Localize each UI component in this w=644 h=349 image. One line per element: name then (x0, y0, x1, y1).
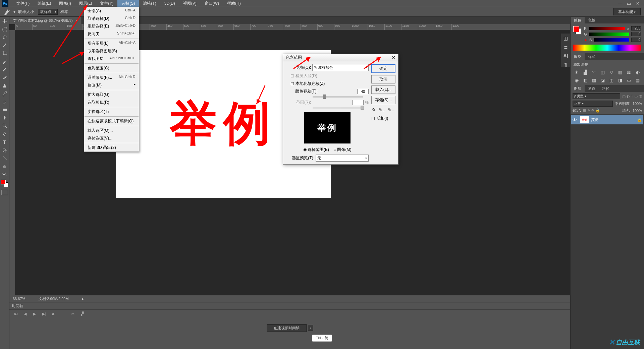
levels-icon[interactable]: ▟ (582, 69, 589, 75)
minimize-button[interactable]: — (617, 1, 623, 6)
color-spectrum[interactable] (573, 45, 641, 51)
bw-icon[interactable]: ◐ (634, 69, 641, 75)
localized-clusters-checkbox[interactable]: ☐本地化颜色簇(Z) (290, 81, 369, 86)
layer-thumbnail[interactable]: 举例 (580, 116, 589, 123)
menu-3d[interactable]: 3D(D) (160, 0, 179, 7)
move-tool[interactable] (1, 17, 9, 25)
document-info[interactable]: 文档:2.99M/2.99M (39, 296, 68, 301)
timeline-tab[interactable]: 时间轴 (12, 303, 23, 308)
healing-brush-tool[interactable] (1, 66, 9, 73)
menu-item[interactable]: 查找图层Alt+Shift+Ctrl+F (84, 55, 139, 63)
lasso-tool[interactable] (1, 34, 9, 41)
posterize-icon[interactable]: ◫ (608, 77, 615, 83)
go-to-last-frame-icon[interactable]: ⏭ (50, 312, 56, 316)
hand-tool[interactable] (1, 162, 9, 170)
photo-filter-icon[interactable]: ◉ (573, 77, 580, 83)
menu-edit[interactable]: 编辑(E) (34, 0, 55, 7)
menu-item[interactable]: 全部(A)Ctrl+A (84, 7, 139, 15)
pen-tool[interactable] (1, 130, 9, 137)
cancel-button[interactable]: 取消 (371, 75, 395, 83)
color-panel-swatch[interactable] (573, 26, 581, 34)
menu-filter[interactable]: 滤镜(T) (139, 0, 160, 7)
blue-value[interactable]: 0 (631, 38, 641, 42)
fuzziness-slider[interactable] (313, 96, 363, 98)
create-video-timeline-button[interactable]: 创建视频时间轴 (267, 324, 307, 332)
menu-item[interactable]: 取消选择(D)Ctrl+D (84, 15, 139, 22)
filter-adjustment-icon[interactable]: ◐ (627, 94, 630, 99)
brush-tool[interactable] (1, 74, 9, 81)
channel-mixer-icon[interactable]: ◧ (582, 77, 589, 83)
eyedropper-sample-icon[interactable]: ✎ (372, 107, 376, 113)
go-to-first-frame-icon[interactable]: ⏮ (13, 312, 19, 316)
magic-wand-tool[interactable] (1, 42, 9, 49)
save-button[interactable]: 存储(S)... (371, 96, 395, 104)
tab-channels[interactable]: 通道 (585, 85, 599, 92)
brightness-icon[interactable]: ☀ (573, 69, 580, 75)
menu-file[interactable]: 文件(F) (12, 0, 34, 7)
selection-radio[interactable]: ◉ 选择范围(E) (303, 147, 329, 153)
exposure-icon[interactable]: ◫ (599, 69, 606, 75)
filter-pixel-icon[interactable]: ▢ (622, 94, 626, 99)
tab-close-icon[interactable]: × (75, 18, 77, 22)
menu-item[interactable]: 扩大选取(G) (84, 91, 139, 99)
invert-checkbox[interactable]: ☐反相(I) (371, 116, 395, 121)
menu-type[interactable]: 文字(Y) (96, 0, 117, 7)
tab-paths[interactable]: 路径 (599, 85, 613, 92)
zoom-value[interactable]: 66.67% (13, 297, 25, 301)
menu-item[interactable]: 色彩范围(C)... (84, 64, 139, 72)
lookup-icon[interactable]: ▦ (591, 77, 597, 83)
marquee-tool[interactable] (1, 25, 9, 33)
ok-button[interactable]: 确定 (371, 64, 395, 73)
eyedropper-subtract-icon[interactable]: ✎₋ (388, 107, 394, 113)
clone-stamp-tool[interactable] (1, 82, 9, 89)
sample-size-select[interactable]: 取样点▾ (38, 9, 58, 15)
eyedropper-add-icon[interactable]: ✎₊ (379, 107, 385, 113)
rectangle-tool[interactable] (1, 154, 9, 162)
lock-position-icon[interactable]: ✥ (591, 108, 594, 113)
current-tool-icon[interactable] (3, 8, 11, 15)
fill-value[interactable]: 100% (633, 109, 642, 113)
character-panel-icon[interactable]: A| (563, 53, 568, 58)
menu-item[interactable]: 所有图层(L)Alt+Ctrl+A (84, 40, 139, 47)
dodge-tool[interactable] (1, 122, 9, 129)
path-selection-tool[interactable] (1, 146, 9, 154)
properties-panel-icon[interactable]: ≣ (564, 44, 568, 50)
threshold-icon[interactable]: ◨ (617, 77, 624, 83)
scissors-icon[interactable]: ✂ (70, 312, 76, 316)
menu-item[interactable]: 反向(I)Shift+Ctrl+I (84, 30, 139, 38)
menu-item[interactable]: 修改(M) (84, 81, 139, 89)
menu-item[interactable]: 选取相似(R) (84, 99, 139, 106)
menu-item[interactable]: 取消选择图层(S) (84, 47, 139, 55)
ime-indicator[interactable]: EN ♪ 简 (312, 335, 332, 342)
layer-row[interactable]: 👁 举例 背景 🔒 (571, 115, 643, 124)
next-frame-icon[interactable]: ▶| (41, 312, 47, 316)
close-button[interactable]: ✕ (635, 1, 641, 6)
maximize-button[interactable]: ▭ (626, 1, 632, 6)
invert-icon[interactable]: ◪ (599, 77, 606, 83)
status-chevron-icon[interactable]: ▸ (82, 297, 84, 301)
history-panel-icon[interactable]: ◫ (564, 36, 568, 41)
dialog-titlebar[interactable]: 色彩范围 ✕ (283, 54, 398, 61)
foreground-color-swatch[interactable] (1, 180, 6, 184)
crop-tool[interactable] (1, 50, 9, 57)
paragraph-panel-icon[interactable]: ¶ (565, 62, 567, 67)
menu-item[interactable]: 载入选区(O)... (84, 127, 139, 134)
load-button[interactable]: 载入(L)... (371, 85, 395, 94)
fuzziness-input[interactable] (357, 89, 369, 94)
prev-frame-icon[interactable]: ◀ (22, 312, 28, 316)
lock-transparency-icon[interactable]: ▦ (583, 108, 586, 113)
eraser-tool[interactable] (1, 98, 9, 105)
filter-shape-icon[interactable]: ▭ (634, 94, 638, 99)
tab-layers[interactable]: 图层 (571, 85, 585, 92)
transition-icon[interactable]: ▞ (79, 312, 85, 316)
visibility-icon[interactable]: 👁 (573, 117, 578, 122)
workspace-switcher[interactable]: 基本功能 ▾ (613, 8, 641, 15)
hue-icon[interactable]: ▥ (617, 69, 624, 75)
menu-item[interactable]: 存储选区(V)... (84, 134, 139, 142)
green-slider[interactable] (589, 33, 629, 36)
tab-adjustments[interactable]: 调整 (571, 53, 585, 60)
lock-all-icon[interactable]: 🔒 (595, 108, 600, 113)
layer-name[interactable]: 背景 (591, 117, 598, 122)
eyedropper-tool[interactable] (1, 58, 9, 65)
menu-item[interactable]: 重新选择(E)Shift+Ctrl+D (84, 22, 139, 30)
